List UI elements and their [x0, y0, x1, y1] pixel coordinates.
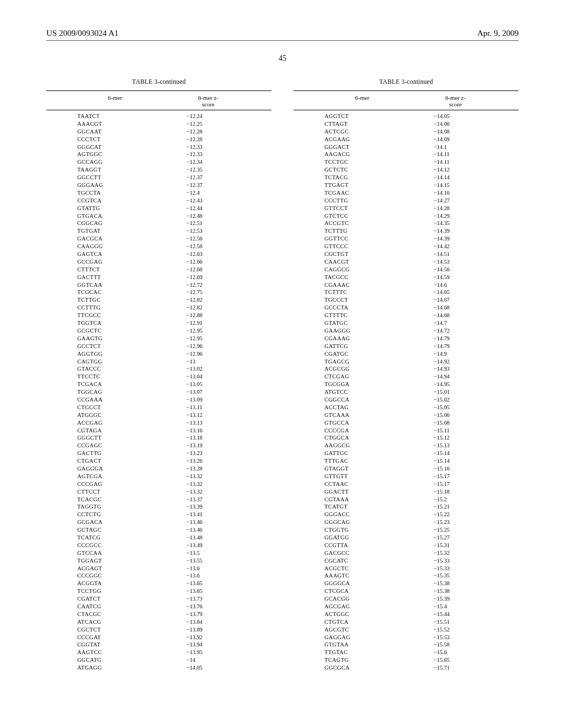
cell-6mer: GGACTT	[294, 488, 409, 496]
cell-zscore: −15.33	[409, 557, 519, 565]
cell-zscore: −13.32	[162, 480, 271, 488]
cell-6mer: GGGGCA	[294, 580, 409, 587]
table-row: ACTGGC−15.44	[294, 611, 519, 618]
cell-zscore: −13.18	[162, 434, 271, 442]
table-row: ATCACG−13.84	[46, 618, 271, 626]
cell-zscore: −13.76	[162, 603, 271, 611]
cell-zscore: −13.05	[162, 381, 271, 388]
table-row: GCACGG−15.39	[294, 595, 519, 603]
cell-zscore: −14.65	[409, 288, 519, 296]
cell-6mer: GGCCTT	[46, 174, 162, 181]
table-header-left: 6-mer 6-mer z- score	[46, 90, 271, 110]
table-row: TCAGTG−15.65	[294, 656, 519, 664]
cell-6mer: CCTTTG	[46, 304, 162, 312]
cell-zscore: −12.66	[162, 258, 271, 266]
cell-zscore: −12.96	[162, 350, 271, 358]
cell-zscore: −15.27	[409, 534, 519, 542]
cell-6mer: ACGAAG	[294, 136, 409, 143]
table-row: TTCGCC−12.88	[46, 312, 271, 319]
table-row: TGGTCA−12.91	[46, 319, 271, 327]
table-row: AAGTCC−13.95	[46, 649, 271, 656]
table-row: GGGCTT−13.18	[46, 434, 271, 442]
table-row: CCCGAT−13.92	[46, 634, 271, 641]
cell-6mer: GCCAGG	[46, 158, 162, 166]
table-row: ACGGTA−13.65	[46, 580, 271, 587]
table-row: CCTCTG−13.41	[46, 511, 271, 518]
cell-zscore: −14.42	[409, 243, 519, 250]
table-row: CCGTCA−12.43	[46, 197, 271, 205]
table-row: AGTCGA−13.32	[46, 473, 271, 480]
cell-6mer: TTCCTC	[46, 373, 162, 381]
cell-6mer: TTGAGT	[294, 181, 409, 189]
cell-zscore: −14.59	[409, 274, 519, 281]
cell-6mer: GCGCTC	[46, 327, 162, 335]
cell-6mer: AGTGGC	[46, 151, 162, 158]
table-row: ACCGTC−14.35	[294, 220, 519, 227]
table-row: GGCCTT−12.37	[46, 174, 271, 181]
cell-6mer: CCGAAA	[46, 396, 162, 404]
table-row: CAAGGG−12.58	[46, 243, 271, 250]
cell-6mer: GTGTAA	[294, 641, 409, 649]
cell-zscore: −14.29	[409, 212, 519, 220]
cell-zscore: −12.25	[162, 120, 271, 128]
page-number: 45	[46, 54, 519, 63]
table-row: TTCCTC−13.04	[46, 373, 271, 381]
cell-6mer: ACTGGC	[294, 611, 409, 618]
cell-6mer: ACCTAG	[294, 404, 409, 411]
cell-zscore: −12.91	[162, 319, 271, 327]
cell-zscore: −12.58	[162, 243, 271, 250]
table-row: AAGACG−14.11	[294, 151, 519, 158]
cell-6mer: CGCATC	[294, 557, 409, 565]
table-row: CCCGGC−13.6	[46, 572, 271, 580]
cell-zscore: −15.01	[409, 388, 519, 396]
cell-zscore: −12.48	[162, 212, 271, 220]
cell-zscore: −13.23	[162, 449, 271, 457]
cell-6mer: TTCGCC	[46, 312, 162, 319]
table-row: GCTAGC−13.46	[46, 526, 271, 534]
cell-zscore: −14.94	[409, 373, 519, 381]
cell-6mer: CGAAAC	[294, 281, 409, 289]
cell-6mer: GGGCAG	[294, 518, 409, 526]
table-row: CGATGC−14.9	[294, 350, 519, 358]
cell-6mer: CTGACT	[46, 457, 162, 465]
cell-6mer: GGTTCC	[294, 235, 409, 243]
table-row: GACGCA−12.56	[46, 235, 271, 243]
cell-6mer: CGTAAA	[294, 496, 409, 504]
cell-zscore: −14.15	[409, 181, 519, 189]
cell-6mer: GACGCA	[46, 235, 162, 243]
cell-6mer: GTTCCC	[294, 243, 409, 250]
cell-6mer: ACGCGG	[294, 365, 409, 373]
cell-6mer: TGCCCT	[294, 296, 409, 304]
cell-6mer: CTGGTG	[294, 526, 409, 534]
table-row: GGGCAT−12.33	[46, 143, 271, 151]
cell-zscore: −15.14	[409, 449, 519, 457]
cell-6mer: ATGTCC	[294, 388, 409, 396]
table-row: AAAGTC−15.35	[294, 572, 519, 580]
cell-6mer: AAAGTC	[294, 572, 409, 580]
cell-6mer: CCCGAT	[46, 634, 162, 641]
table-row: GATTGC−15.14	[294, 449, 519, 457]
cell-zscore: −15.58	[409, 641, 519, 649]
table-row: GTATTG−12.44	[46, 205, 271, 212]
cell-zscore: −13.32	[162, 488, 271, 496]
cell-zscore: −12.33	[162, 151, 271, 158]
cell-6mer: GGGAAG	[46, 181, 162, 189]
table-row: TGCCTA−12.4	[46, 189, 271, 197]
cell-zscore: −14.79	[409, 335, 519, 342]
cell-6mer: ACTCGC	[294, 128, 409, 136]
cell-zscore: −15.71	[409, 664, 519, 672]
cell-6mer: GTGCCA	[294, 419, 409, 427]
table-row: CCCCGA−15.11	[294, 427, 519, 435]
cell-6mer: GTTTTC	[294, 312, 409, 319]
cell-6mer: CTCGAG	[294, 373, 409, 381]
cell-zscore: −12.82	[162, 304, 271, 312]
cell-6mer: TCGAAC	[294, 189, 409, 197]
cell-6mer: TCATGT	[294, 503, 409, 511]
table-row: GAGTCA−12.63	[46, 250, 271, 258]
table-row: GTACCC−13.02	[46, 365, 271, 373]
table-row: CGGCAG−12.51	[46, 220, 271, 227]
col-header-zscore: 6-mer z- score	[162, 94, 271, 108]
cell-zscore: −12.95	[162, 335, 271, 342]
cell-zscore: −12.28	[162, 136, 271, 143]
cell-6mer: CCTAAC	[294, 480, 409, 488]
